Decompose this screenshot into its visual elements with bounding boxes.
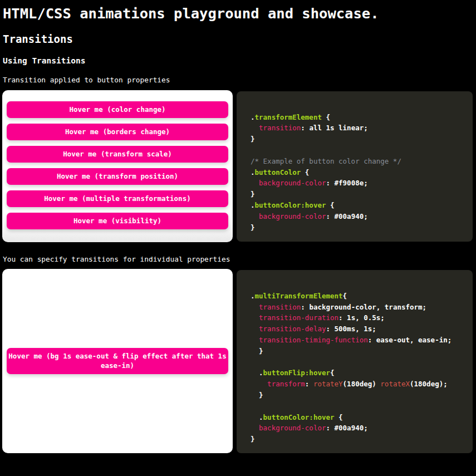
code-block-individual-properties: .multiTransformElement{ transition: back… (237, 270, 473, 453)
code-token: . (251, 168, 255, 176)
code-token: : #00a940; (326, 212, 367, 220)
code-token: buttonColor:hover (255, 201, 326, 209)
page-title: HTML/CSS animations playground and showc… (3, 5, 476, 22)
code-token: } (251, 391, 263, 399)
code-token: : ease-out, ease-in; (368, 336, 452, 344)
code-token: buttonColor (255, 168, 301, 176)
code-token: buttonColor:hover (263, 413, 335, 421)
code-token: : 500ms, 1s; (326, 325, 376, 333)
code-token (251, 424, 259, 432)
code-token: transition-delay (259, 325, 326, 333)
code-line: transition-timing-function: ease-out, ea… (251, 335, 459, 346)
code-token: } (251, 347, 263, 355)
code-token: . (251, 413, 263, 421)
demo-panel-flip-button: Hover me (bg 1s ease-out & flip effect a… (2, 269, 233, 453)
code-token: buttonFlip:hover (263, 369, 330, 377)
code-token (251, 179, 259, 187)
code-token: background-color (259, 424, 326, 432)
code-token (251, 325, 259, 333)
code-token: /* Example of button color change */ (251, 157, 401, 165)
example1-row: Hover me (color change)Hover me (borders… (2, 90, 473, 242)
code-token: } (251, 190, 255, 198)
code-token: : #f9008e; (326, 179, 367, 187)
code-line: } (251, 189, 459, 200)
code-token: rotateY (313, 380, 343, 388)
code-token: background-color (259, 212, 326, 220)
code-line (251, 145, 459, 156)
code-token: transformElement (255, 113, 322, 121)
code-line: } (251, 346, 459, 357)
code-token: } (251, 223, 255, 232)
example2-caption: You can specify transitions for individu… (3, 255, 476, 263)
code-line (251, 401, 459, 412)
code-token: (180deg) (343, 380, 381, 388)
code-line: transition: background-color, transform; (251, 302, 459, 313)
code-block-transitions: .transformElement { transition: all 1s l… (237, 91, 473, 242)
code-token: . (251, 201, 255, 209)
code-token (251, 124, 259, 132)
code-line: transition: all 1s linear; (251, 122, 459, 134)
code-line: background-color: #00a940; (251, 423, 459, 434)
code-line: } (251, 134, 459, 145)
section-title-transitions: Transitions (3, 33, 476, 45)
code-line: } (251, 434, 459, 445)
code-token: transition-timing-function (259, 336, 368, 344)
code-line (251, 357, 459, 368)
code-line: .buttonColor { (251, 167, 459, 178)
code-line: .transformElement { (251, 112, 459, 123)
code-token: (180deg); (410, 380, 448, 388)
hover-button-visibility[interactable]: Hover me (visibility) (7, 213, 228, 229)
hover-button-borders-change[interactable]: Hover me (borders change) (7, 124, 228, 140)
code-token: . (251, 292, 255, 300)
code-token (251, 336, 259, 344)
code-token: { (326, 201, 334, 209)
code-token: transition-duration (259, 313, 338, 322)
example2-row: Hover me (bg 1s ease-out & flip effect a… (2, 269, 473, 453)
demo-panel-buttons: Hover me (color change)Hover me (borders… (2, 90, 233, 242)
code-token: { (330, 369, 335, 377)
code-token: { (335, 413, 343, 421)
code-token: . (251, 113, 255, 121)
page: HTML/CSS animations playground and showc… (2, 5, 476, 453)
code-line: .buttonColor:hover { (251, 412, 459, 423)
code-token (251, 313, 259, 322)
code-token: { (343, 292, 347, 300)
code-line: transform: rotateY(180deg) rotateX(180de… (251, 379, 459, 390)
code-line: } (251, 222, 459, 233)
code-line: .multiTransformElement{ (251, 291, 459, 302)
code-line: background-color: #f9008e; (251, 178, 459, 189)
code-token: } (251, 435, 255, 443)
code-token: } (251, 135, 255, 143)
hover-button-flip[interactable]: Hover me (bg 1s ease-out & flip effect a… (7, 348, 228, 374)
code-line: transition-delay: 500ms, 1s; (251, 323, 459, 335)
example1-caption: Transition applied to button properties (3, 76, 476, 84)
code-token: : background-color, transform; (301, 303, 426, 311)
code-line: .buttonColor:hover { (251, 200, 459, 211)
code-token: : #00a940; (326, 424, 367, 432)
code-token (251, 380, 267, 388)
code-line: .buttonFlip:hover{ (251, 367, 459, 379)
code-token: : (305, 380, 313, 388)
hover-button-multiple-transformations[interactable]: Hover me (multiple transformations) (7, 190, 228, 207)
code-line: transition-duration: 1s, 0.5s; (251, 312, 459, 323)
code-token: transition (259, 124, 301, 132)
hover-button-color-change[interactable]: Hover me (color change) (7, 101, 228, 118)
code-line: background-color: #00a940; (251, 211, 459, 222)
code-line: /* Example of button color change */ (251, 156, 459, 167)
code-token: transition (259, 303, 301, 311)
code-token: { (322, 113, 330, 121)
code-token: : all 1s linear; (301, 124, 367, 132)
code-token: transform (267, 380, 305, 388)
hover-button-transform-scale[interactable]: Hover me (transform scale) (7, 146, 228, 163)
code-token (251, 212, 259, 220)
code-token: { (301, 168, 309, 176)
code-token: multiTransformElement (255, 292, 343, 300)
code-token: : 1s, 0.5s; (338, 313, 385, 322)
code-token: rotateX (380, 380, 410, 388)
code-token: . (251, 369, 263, 377)
code-line: } (251, 390, 459, 401)
code-token: background-color (259, 179, 326, 187)
hover-button-transform-position[interactable]: Hover me (transform position) (7, 168, 228, 185)
code-token (251, 303, 259, 311)
subsection-title-using-transitions: Using Transitions (3, 56, 476, 66)
